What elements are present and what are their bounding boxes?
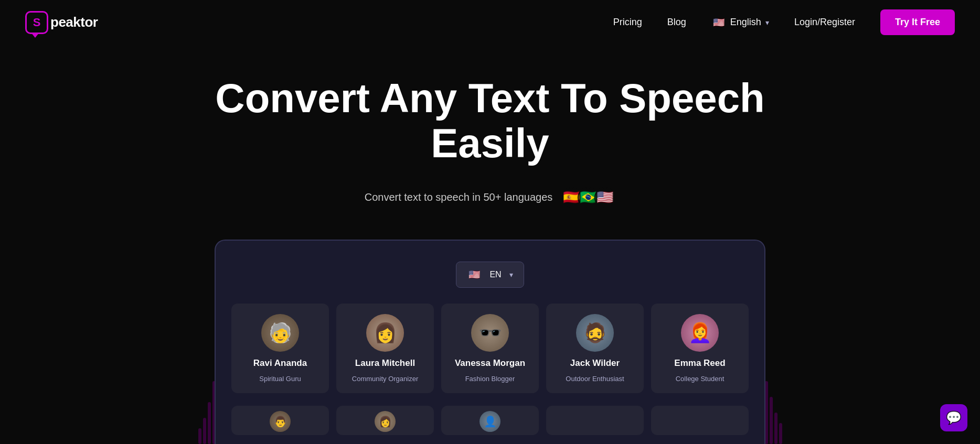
voice-role-emma: College Student xyxy=(676,375,725,383)
voice-card-emma[interactable]: 👩‍🦰Emma ReedCollege Student xyxy=(651,304,749,393)
voice-name-vanessa: Vanessa Morgan xyxy=(455,358,525,369)
voice-card-ravi[interactable]: 🧓Ravi AnandaSpiritual Guru xyxy=(231,304,329,393)
hero-title: Convert Any Text To Speech Easily xyxy=(201,76,779,166)
nav-blog[interactable]: Blog xyxy=(667,17,686,28)
dropdown-chevron-icon: ▾ xyxy=(509,270,513,279)
voices-grid: 🧓Ravi AnandaSpiritual Guru👩Laura Mitchel… xyxy=(231,304,749,398)
device-section: 🇺🇸 EN ▾ 🧓Ravi AnandaSpiritual Guru👩Laura… xyxy=(0,240,980,444)
avatar-bottom-b3: 👤 xyxy=(480,411,500,432)
logo-name: peaktor xyxy=(50,14,98,30)
nav-language-selector[interactable]: 🇺🇸 English ▾ xyxy=(711,15,769,30)
nav-login[interactable]: Login/Register xyxy=(794,17,855,28)
avatar-bottom-b1: 👨 xyxy=(270,411,291,432)
logo[interactable]: S peaktor xyxy=(25,11,98,34)
nav-pricing[interactable]: Pricing xyxy=(613,17,642,28)
navbar: S peaktor Pricing Blog 🇺🇸 English ▾ Logi… xyxy=(0,0,980,45)
avatar-emma: 👩‍🦰 xyxy=(681,314,719,352)
hero-subtitle: Convert text to speech in 50+ languages … xyxy=(10,187,970,208)
voice-card-bottom-b3[interactable]: 👤 xyxy=(441,406,539,435)
chat-icon: 💬 xyxy=(946,410,962,425)
dropdown-lang-code: EN xyxy=(489,270,501,279)
device-lang-selector: 🇺🇸 EN ▾ xyxy=(231,262,749,288)
flag-usa: 🇺🇸 xyxy=(594,187,615,208)
voice-card-bottom-placeholder-1 xyxy=(651,406,749,435)
voice-name-laura: Laura Mitchell xyxy=(355,358,415,369)
voice-name-jack: Jack Wilder xyxy=(570,358,620,369)
logo-s-icon: S xyxy=(25,11,48,34)
voice-role-jack: Outdoor Enthusiast xyxy=(566,375,624,383)
voice-card-bottom-b1[interactable]: 👨 xyxy=(231,406,329,435)
avatar-bottom-b2: 👩 xyxy=(375,411,396,432)
avatar-vanessa: 🕶️ xyxy=(471,314,509,352)
voice-name-ravi: Ravi Ananda xyxy=(253,358,307,369)
voice-role-vanessa: Fashion Blogger xyxy=(465,375,515,383)
try-free-button[interactable]: Try It Free xyxy=(880,9,955,35)
dropdown-flag-icon: 🇺🇸 xyxy=(467,267,482,282)
lang-label: English xyxy=(730,17,761,28)
subtitle-text: Convert text to speech in 50+ languages xyxy=(365,191,553,203)
voice-card-jack[interactable]: 🧔Jack WilderOutdoor Enthusiast xyxy=(546,304,644,393)
language-flags: 🇪🇸 🇧🇷 🇺🇸 xyxy=(561,187,615,208)
voices-grid-bottom: 👨👩👤 xyxy=(231,406,749,435)
chevron-down-icon: ▾ xyxy=(765,18,769,27)
voice-card-bottom-b2[interactable]: 👩 xyxy=(336,406,434,435)
voice-name-emma: Emma Reed xyxy=(674,358,725,369)
nav-links: Pricing Blog 🇺🇸 English ▾ Login/Register… xyxy=(613,9,955,35)
avatar-laura: 👩 xyxy=(366,314,404,352)
voice-card-bottom-placeholder-0 xyxy=(546,406,644,435)
language-dropdown[interactable]: 🇺🇸 EN ▾ xyxy=(456,262,524,288)
voice-card-vanessa[interactable]: 🕶️Vanessa MorganFashion Blogger xyxy=(441,304,539,393)
voice-role-ravi: Spiritual Guru xyxy=(259,375,301,383)
flag-icon: 🇺🇸 xyxy=(711,15,726,30)
voice-role-laura: Community Organizer xyxy=(352,375,418,383)
avatar-ravi: 🧓 xyxy=(261,314,299,352)
chat-bubble[interactable]: 💬 xyxy=(940,404,967,431)
voice-card-laura[interactable]: 👩Laura MitchellCommunity Organizer xyxy=(336,304,434,393)
device-frame: 🇺🇸 EN ▾ 🧓Ravi AnandaSpiritual Guru👩Laura… xyxy=(215,240,765,444)
avatar-jack: 🧔 xyxy=(576,314,614,352)
hero-section: Convert Any Text To Speech Easily Conver… xyxy=(0,45,980,208)
